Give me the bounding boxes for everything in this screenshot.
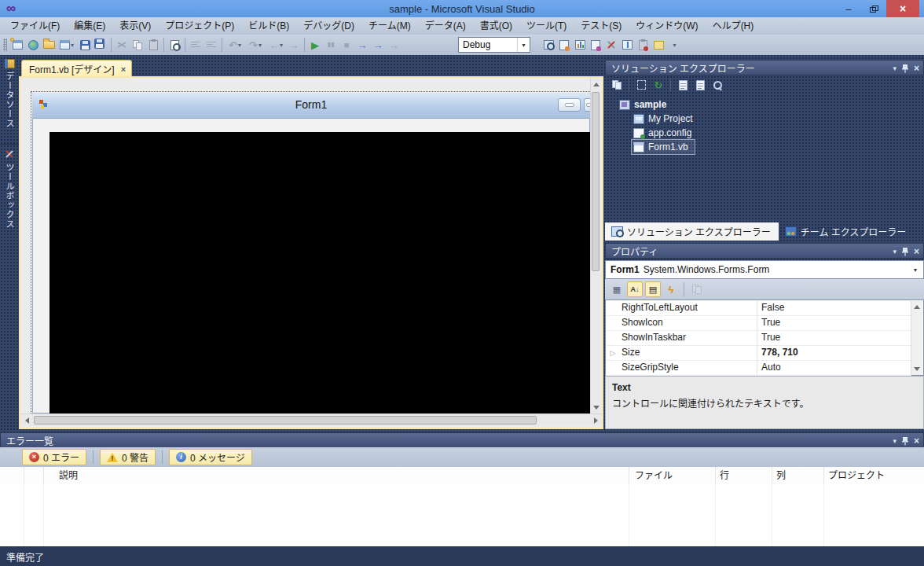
sidebar-tab-data-sources[interactable]: データソース [1,59,18,139]
toolbar-overflow-icon[interactable]: ▾ [666,37,682,53]
navigate-backward-icon[interactable]: ←▾ [266,37,286,53]
new-website-icon[interactable] [25,37,41,53]
menu-item-team[interactable]: チーム(M) [361,17,418,35]
paste-icon[interactable] [145,37,161,53]
auto-hide-pin-icon[interactable] [902,248,908,256]
object-browser-icon[interactable] [572,37,588,53]
panel-close-icon[interactable]: × [914,436,919,447]
warnings-filter-button[interactable]: ! 0 警告 [100,449,156,465]
menu-item-data[interactable]: データ(A) [418,17,473,35]
find-in-files-icon[interactable] [167,37,182,53]
window-position-icon[interactable]: ▾ [893,437,896,445]
step-out-icon[interactable]: → [386,37,402,53]
tab-team-explorer[interactable]: チーム エクスプローラー [779,222,915,241]
properties-window-icon[interactable] [556,37,572,53]
scroll-down-icon[interactable] [591,402,601,413]
refresh-icon[interactable]: ↻ [651,78,666,92]
uncomment-icon[interactable] [204,37,219,53]
property-row[interactable]: ShowInTaskbar True [606,330,911,346]
categorized-icon[interactable]: ▦ [609,281,625,297]
property-pages-icon[interactable] [689,281,705,297]
stop-icon[interactable]: ■ [339,37,354,53]
step-over-icon[interactable]: → [370,37,386,53]
output-window-icon[interactable] [651,37,666,53]
navigate-forward-icon[interactable]: → [286,37,302,53]
tab-solution-explorer[interactable]: ソリューション エクスプローラー [605,222,779,241]
property-row-size[interactable]: ▷ Size 778, 710 [606,345,911,361]
save-icon[interactable] [77,37,93,53]
tools-options-icon[interactable] [603,37,619,53]
panel-close-icon[interactable]: × [914,246,919,257]
menu-item-format[interactable]: 書式(O) [473,17,519,35]
menu-item-edit[interactable]: 編集(E) [67,17,112,35]
save-all-icon[interactable] [93,37,108,53]
auto-hide-pin-icon[interactable] [902,437,908,446]
property-row[interactable]: RightToLeftLayout False [606,300,911,316]
window-position-icon[interactable]: ▾ [893,248,896,255]
expand-arrow-icon[interactable]: ▷ [606,345,620,360]
column-column[interactable]: 列 [776,467,786,485]
new-project-icon[interactable] [9,37,25,53]
solution-configuration-combo[interactable]: Debug ▾ [458,37,530,53]
menu-item-test[interactable]: テスト(S) [574,17,629,35]
scroll-up-icon[interactable] [591,79,601,90]
minimize-button[interactable]: – [836,0,861,17]
toolbar-grip[interactable] [3,39,7,51]
scroll-up-icon[interactable] [911,302,922,312]
auto-hide-pin-icon[interactable] [902,64,908,73]
scroll-left-icon[interactable] [21,415,32,426]
add-new-item-icon[interactable]: ▾ [57,37,77,53]
se-properties-icon[interactable] [610,78,624,92]
scroll-right-icon[interactable] [590,415,601,426]
tab-close-icon[interactable]: × [121,64,126,74]
object-selector-combo[interactable]: Form1 System.Windows.Forms.Form ▾ [605,260,924,279]
menu-item-view[interactable]: 表示(V) [112,17,158,35]
property-row[interactable]: SizeGripStyle Auto [606,360,911,376]
extension-manager-icon[interactable] [588,37,603,53]
tree-item-form1[interactable]: Form1.vb [633,140,688,154]
undo-icon[interactable]: ↶▾ [225,37,245,53]
cut-icon[interactable] [114,37,130,53]
tab-form1-designer[interactable]: Form1.vb [デザイン] × [21,60,132,77]
menu-item-debug[interactable]: デバッグ(D) [296,17,361,35]
designer-vertical-scrollbar[interactable] [590,78,600,413]
column-line[interactable]: 行 [720,467,729,485]
restore-button[interactable] [861,0,886,17]
tree-item-my-project[interactable]: My Project [633,112,693,126]
column-description[interactable]: 説明 [59,467,78,485]
pause-icon[interactable]: ▮▮ [323,37,339,53]
open-file-icon[interactable] [41,37,57,53]
menu-item-build[interactable]: ビルド(B) [241,17,296,35]
column-project[interactable]: プロジェクト [828,467,885,485]
scroll-down-icon[interactable] [911,364,922,374]
horizontal-scroll-thumb[interactable] [34,416,537,424]
menu-item-window[interactable]: ウィンドウ(W) [629,17,705,35]
combo-dropdown-icon[interactable]: ▾ [517,38,530,52]
comment-icon[interactable] [188,37,204,53]
window-position-icon[interactable]: ▾ [893,64,896,72]
designed-form[interactable]: Form1 [32,93,590,413]
vertical-scroll-thumb[interactable] [592,92,600,271]
properties-view-icon[interactable]: ▤ [645,281,661,297]
alphabetical-sort-icon[interactable]: A↓ [627,281,643,297]
view-designer-icon[interactable] [693,78,707,92]
view-class-diagram-icon[interactable] [710,78,724,92]
start-debugging-icon[interactable]: ▶ [307,37,323,53]
panel-close-icon[interactable]: × [914,63,919,74]
combo-dropdown-icon[interactable]: ▾ [909,263,922,277]
error-list-icon[interactable] [635,37,651,53]
find-symbol-icon[interactable] [541,37,556,53]
menu-item-project[interactable]: プロジェクト(P) [158,17,241,35]
redo-icon[interactable]: ↷▾ [245,37,266,53]
property-row[interactable]: ShowIcon True [606,315,911,331]
menu-item-tools[interactable]: ツール(T) [519,17,574,35]
tree-item-app-config[interactable]: app.config [633,126,691,140]
close-button[interactable]: × [886,0,919,17]
tree-item-project[interactable]: sample [619,97,666,112]
menu-item-file[interactable]: ファイル(F) [3,17,67,35]
copy-icon[interactable] [130,37,145,53]
step-into-icon[interactable]: → [354,37,370,53]
sidebar-tab-toolbox[interactable]: ツールボックス [1,144,18,241]
menu-item-help[interactable]: ヘルプ(H) [706,17,761,35]
events-icon[interactable]: ϟ [663,281,679,297]
